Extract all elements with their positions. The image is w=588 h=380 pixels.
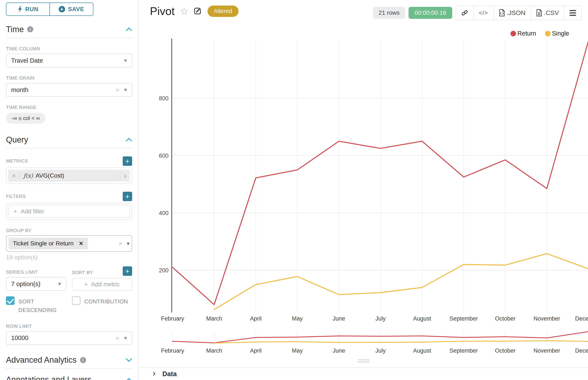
series-limit-label: SERIES LIMIT: [6, 269, 66, 275]
chart-panel: Pivot ☆ Altered 21 rows 00:00:00.16: [139, 0, 588, 380]
contribution-label: CONTRIBUTION: [84, 296, 128, 306]
metrics-label: METRICS: [6, 158, 28, 164]
svg-text:400: 400: [159, 210, 168, 216]
add-filter-label: Add filter: [20, 208, 44, 215]
run-button[interactable]: RUN: [6, 3, 49, 15]
export-csv-label: .CSV: [544, 9, 559, 17]
chevron-right-icon: ›: [153, 369, 155, 378]
add-metric-label: Add metric: [91, 281, 120, 288]
view-query-button[interactable]: </>: [473, 6, 493, 20]
svg-text:February: February: [161, 315, 184, 322]
chevron-down-icon[interactable]: [126, 358, 132, 362]
clear-icon[interactable]: ×: [115, 334, 120, 342]
info-icon: i: [80, 357, 86, 363]
time-grain-label: TIME GRAIN: [6, 75, 132, 81]
svg-text:June: June: [333, 315, 345, 322]
svg-text:800: 800: [159, 95, 168, 102]
svg-text:November: November: [534, 315, 560, 322]
add-sort-metric-plus-button[interactable]: +: [123, 266, 132, 276]
contribution-checkbox[interactable]: [72, 296, 81, 305]
add-filter-button[interactable]: + Add filter: [8, 205, 130, 218]
chevron-up-icon[interactable]: [126, 378, 132, 380]
sort-descending-checkbox-row[interactable]: SORT DESCENDING: [6, 296, 66, 315]
svg-text:September: September: [449, 347, 478, 354]
svg-text:August: August: [413, 315, 431, 322]
line-chart[interactable]: 200400600800FebruaryMarchAprilMayJuneJul…: [139, 30, 588, 329]
chevron-up-icon[interactable]: [126, 138, 132, 142]
advanced-analytics-header[interactable]: Advanced Analytics i: [6, 355, 132, 365]
svg-text:October: October: [495, 315, 516, 322]
filters-label: FILTERS: [6, 194, 26, 199]
chart-menu-button[interactable]: [564, 6, 581, 20]
contribution-checkbox-row[interactable]: CONTRIBUTION: [72, 296, 132, 315]
metric-pill[interactable]: × ƒ(x) AVG(Cost) ›: [8, 170, 130, 182]
annotations-layers-header[interactable]: Annotations and Layers: [6, 375, 132, 380]
plus-circle-icon: +: [59, 6, 65, 12]
plus-icon: +: [84, 281, 88, 288]
metric-name: AVG(Cost): [36, 172, 120, 179]
export-csv-button[interactable]: .CSV: [531, 6, 564, 20]
chevron-right-icon[interactable]: ›: [120, 171, 130, 180]
clear-icon[interactable]: ×: [115, 86, 120, 94]
series-limit-select[interactable]: 7 option(s) ▾: [6, 277, 66, 291]
svg-text:November: November: [534, 347, 560, 354]
run-label: RUN: [25, 6, 39, 13]
info-icon: i: [27, 26, 33, 32]
data-footer-bar[interactable]: › Data: [139, 368, 588, 380]
altered-badge: Altered: [207, 6, 239, 17]
save-button[interactable]: + SAVE: [49, 3, 93, 15]
annotations-layers-title: Annotations and Layers: [6, 375, 91, 380]
group-by-select[interactable]: Ticket Single or Return ✕ × ▾: [6, 235, 132, 252]
sort-descending-checkbox[interactable]: [6, 296, 15, 305]
remove-chip-icon[interactable]: ✕: [79, 240, 83, 247]
add-filter-plus-button[interactable]: +: [123, 192, 132, 201]
svg-text:December: December: [575, 315, 588, 322]
chevron-down-icon: ▾: [127, 240, 130, 247]
time-range-pill[interactable]: -∞ ≤ col < ∞: [6, 113, 45, 124]
resize-handle[interactable]: [358, 360, 370, 364]
edit-properties-icon[interactable]: [194, 6, 202, 16]
favorite-star-icon[interactable]: ☆: [180, 6, 189, 16]
svg-text:August: August: [413, 347, 431, 354]
time-section-title: Time: [6, 25, 24, 34]
group-by-chip[interactable]: Ticket Single or Return ✕: [9, 238, 88, 249]
time-section-header[interactable]: Time i: [6, 24, 132, 34]
link-icon: [461, 9, 468, 16]
add-metric-plus-button[interactable]: +: [123, 156, 132, 166]
range-preview-chart[interactable]: FebruaryMarchAprilMayJuneJulyAugustSepte…: [139, 329, 588, 360]
sort-descending-label: SORT DESCENDING: [19, 296, 66, 315]
chevron-down-icon: ▾: [58, 281, 61, 287]
svg-text:December: December: [575, 347, 588, 354]
clear-icon[interactable]: ×: [118, 240, 122, 247]
group-by-options-hint: 19 option(s): [6, 254, 132, 261]
svg-text:March: March: [206, 347, 222, 354]
svg-text:May: May: [292, 315, 303, 322]
svg-text:April: April: [250, 347, 262, 354]
plus-icon: +: [14, 208, 17, 215]
svg-text:April: April: [250, 315, 262, 322]
filters-box: + Add filter: [6, 203, 132, 220]
export-json-button[interactable]: .JSON: [493, 6, 531, 20]
chevron-up-icon[interactable]: [126, 27, 132, 31]
series-limit-value: 7 option(s): [11, 281, 41, 287]
time-grain-value: month: [11, 86, 28, 94]
time-column-select[interactable]: Travel Date ▾: [6, 54, 132, 67]
add-sort-metric-button[interactable]: + Add metric: [72, 278, 132, 291]
svg-text:June: June: [333, 347, 345, 354]
control-panel-sidebar: RUN + SAVE Time i TIME COLUMN Travel Dat…: [0, 0, 139, 380]
time-range-label: TIME RANGE: [6, 105, 132, 110]
row-limit-select[interactable]: 10000 × ▾: [6, 331, 132, 345]
remove-metric-icon[interactable]: ×: [8, 172, 20, 179]
time-grain-select[interactable]: month × ▾: [6, 83, 132, 97]
query-timer-badge: 00:00:00.16: [408, 7, 452, 19]
data-section-label: Data: [162, 370, 177, 378]
share-link-button[interactable]: [456, 6, 473, 20]
svg-text:October: October: [495, 347, 516, 354]
svg-text:May: May: [292, 347, 303, 354]
file-text-icon: [536, 9, 542, 17]
svg-text:July: July: [375, 315, 386, 322]
metrics-box: × ƒ(x) AVG(Cost) ›: [6, 168, 132, 184]
row-limit-value: 10000: [11, 334, 28, 342]
sort-by-label: SORT BY: [72, 270, 93, 275]
query-section-header[interactable]: Query: [6, 135, 132, 145]
